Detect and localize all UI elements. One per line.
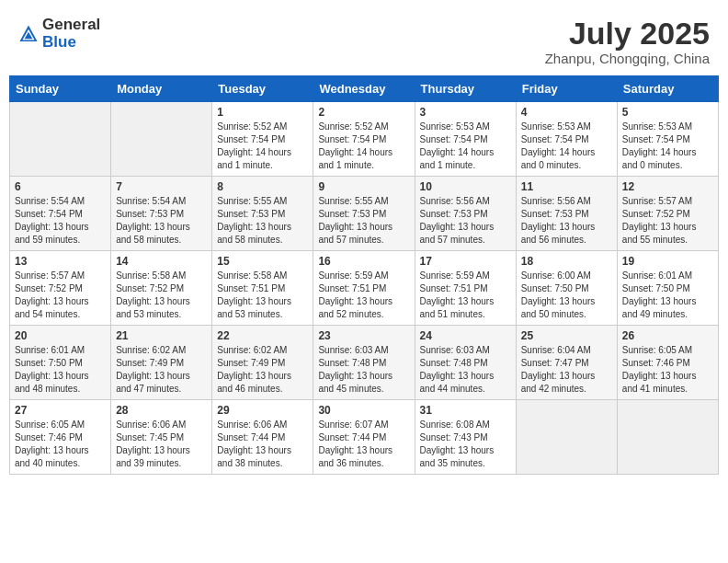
day-info: Sunrise: 6:01 AM Sunset: 7:50 PM Dayligh…	[15, 344, 106, 396]
calendar-cell: 5Sunrise: 5:53 AM Sunset: 7:54 PM Daylig…	[617, 102, 718, 177]
calendar-cell: 21Sunrise: 6:02 AM Sunset: 7:49 PM Dayli…	[111, 326, 212, 400]
calendar-cell	[111, 102, 212, 177]
calendar-cell: 30Sunrise: 6:07 AM Sunset: 7:44 PM Dayli…	[313, 400, 415, 475]
day-number: 31	[420, 404, 511, 417]
day-info: Sunrise: 6:00 AM Sunset: 7:50 PM Dayligh…	[521, 270, 612, 321]
calendar-week-row: 20Sunrise: 6:01 AM Sunset: 7:50 PM Dayli…	[10, 326, 719, 400]
calendar-cell: 14Sunrise: 5:58 AM Sunset: 7:52 PM Dayli…	[111, 251, 212, 326]
day-info: Sunrise: 6:06 AM Sunset: 7:44 PM Dayligh…	[217, 419, 308, 470]
calendar-week-row: 27Sunrise: 6:05 AM Sunset: 7:46 PM Dayli…	[10, 400, 719, 475]
title-block: July 2025 Zhanpu, Chongqing, China	[545, 17, 710, 66]
day-number: 6	[15, 180, 106, 193]
day-info: Sunrise: 5:55 AM Sunset: 7:53 PM Dayligh…	[217, 195, 308, 247]
day-info: Sunrise: 5:54 AM Sunset: 7:54 PM Dayligh…	[15, 195, 106, 247]
day-number: 16	[318, 255, 409, 268]
day-number: 23	[318, 329, 409, 342]
calendar-cell: 1Sunrise: 5:52 AM Sunset: 7:54 PM Daylig…	[212, 102, 313, 177]
day-number: 18	[521, 255, 612, 268]
day-info: Sunrise: 5:59 AM Sunset: 7:51 PM Dayligh…	[318, 270, 409, 321]
day-info: Sunrise: 6:08 AM Sunset: 7:43 PM Dayligh…	[420, 419, 511, 470]
calendar-cell: 19Sunrise: 6:01 AM Sunset: 7:50 PM Dayli…	[617, 251, 718, 326]
day-info: Sunrise: 6:05 AM Sunset: 7:46 PM Dayligh…	[15, 419, 106, 470]
day-number: 25	[521, 329, 612, 342]
calendar-cell	[617, 400, 718, 475]
calendar-cell: 11Sunrise: 5:56 AM Sunset: 7:53 PM Dayli…	[516, 177, 617, 251]
day-info: Sunrise: 5:54 AM Sunset: 7:53 PM Dayligh…	[116, 195, 207, 247]
logo: General Blue	[18, 17, 100, 51]
calendar-cell: 26Sunrise: 6:05 AM Sunset: 7:46 PM Dayli…	[617, 326, 718, 400]
day-number: 9	[318, 180, 409, 193]
day-number: 27	[15, 404, 106, 417]
day-info: Sunrise: 5:58 AM Sunset: 7:52 PM Dayligh…	[116, 270, 207, 321]
weekday-header-thursday: Thursday	[415, 76, 516, 102]
calendar-cell: 9Sunrise: 5:55 AM Sunset: 7:53 PM Daylig…	[313, 177, 415, 251]
weekday-header-tuesday: Tuesday	[212, 76, 313, 102]
day-number: 22	[217, 329, 308, 342]
calendar-cell	[516, 400, 617, 475]
day-info: Sunrise: 6:05 AM Sunset: 7:46 PM Dayligh…	[622, 344, 713, 396]
day-info: Sunrise: 6:03 AM Sunset: 7:48 PM Dayligh…	[420, 344, 511, 396]
calendar-cell: 8Sunrise: 5:55 AM Sunset: 7:53 PM Daylig…	[212, 177, 313, 251]
day-info: Sunrise: 5:57 AM Sunset: 7:52 PM Dayligh…	[622, 195, 713, 247]
day-number: 10	[420, 180, 511, 193]
day-number: 17	[420, 255, 511, 268]
day-info: Sunrise: 5:52 AM Sunset: 7:54 PM Dayligh…	[318, 121, 409, 172]
day-info: Sunrise: 5:53 AM Sunset: 7:54 PM Dayligh…	[420, 121, 511, 172]
day-info: Sunrise: 6:02 AM Sunset: 7:49 PM Dayligh…	[116, 344, 207, 396]
day-info: Sunrise: 5:56 AM Sunset: 7:53 PM Dayligh…	[420, 195, 511, 247]
day-number: 20	[15, 329, 106, 342]
day-info: Sunrise: 5:53 AM Sunset: 7:54 PM Dayligh…	[521, 121, 612, 172]
calendar-cell: 23Sunrise: 6:03 AM Sunset: 7:48 PM Dayli…	[313, 326, 415, 400]
day-info: Sunrise: 6:06 AM Sunset: 7:45 PM Dayligh…	[116, 419, 207, 470]
calendar-cell: 20Sunrise: 6:01 AM Sunset: 7:50 PM Dayli…	[10, 326, 111, 400]
day-number: 14	[116, 255, 207, 268]
weekday-header-sunday: Sunday	[10, 76, 111, 102]
day-number: 29	[217, 404, 308, 417]
calendar-cell: 13Sunrise: 5:57 AM Sunset: 7:52 PM Dayli…	[10, 251, 111, 326]
location-subtitle: Zhanpu, Chongqing, China	[545, 51, 710, 66]
month-year-title: July 2025	[545, 17, 710, 51]
logo-icon	[18, 24, 39, 44]
day-number: 19	[622, 255, 713, 268]
calendar-cell: 31Sunrise: 6:08 AM Sunset: 7:43 PM Dayli…	[415, 400, 516, 475]
day-number: 11	[521, 180, 612, 193]
calendar-week-row: 13Sunrise: 5:57 AM Sunset: 7:52 PM Dayli…	[10, 251, 719, 326]
day-info: Sunrise: 6:02 AM Sunset: 7:49 PM Dayligh…	[217, 344, 308, 396]
calendar-cell: 16Sunrise: 5:59 AM Sunset: 7:51 PM Dayli…	[313, 251, 415, 326]
day-info: Sunrise: 5:57 AM Sunset: 7:52 PM Dayligh…	[15, 270, 106, 321]
day-info: Sunrise: 5:56 AM Sunset: 7:53 PM Dayligh…	[521, 195, 612, 247]
day-info: Sunrise: 6:03 AM Sunset: 7:48 PM Dayligh…	[318, 344, 409, 396]
day-number: 7	[116, 180, 207, 193]
calendar-cell: 4Sunrise: 5:53 AM Sunset: 7:54 PM Daylig…	[516, 102, 617, 177]
calendar-cell: 10Sunrise: 5:56 AM Sunset: 7:53 PM Dayli…	[415, 177, 516, 251]
calendar-cell: 24Sunrise: 6:03 AM Sunset: 7:48 PM Dayli…	[415, 326, 516, 400]
calendar-cell: 3Sunrise: 5:53 AM Sunset: 7:54 PM Daylig…	[415, 102, 516, 177]
logo-general-text: General	[42, 17, 100, 34]
calendar-cell: 25Sunrise: 6:04 AM Sunset: 7:47 PM Dayli…	[516, 326, 617, 400]
day-number: 4	[521, 106, 612, 119]
day-number: 15	[217, 255, 308, 268]
calendar-cell: 27Sunrise: 6:05 AM Sunset: 7:46 PM Dayli…	[10, 400, 111, 475]
page-header: General Blue July 2025 Zhanpu, Chongqing…	[9, 9, 719, 72]
calendar-cell: 18Sunrise: 6:00 AM Sunset: 7:50 PM Dayli…	[516, 251, 617, 326]
day-info: Sunrise: 5:52 AM Sunset: 7:54 PM Dayligh…	[217, 121, 308, 172]
day-number: 1	[217, 106, 308, 119]
logo-blue-text: Blue	[42, 34, 100, 52]
calendar-cell: 6Sunrise: 5:54 AM Sunset: 7:54 PM Daylig…	[10, 177, 111, 251]
day-info: Sunrise: 5:59 AM Sunset: 7:51 PM Dayligh…	[420, 270, 511, 321]
weekday-header-row: SundayMondayTuesdayWednesdayThursdayFrid…	[10, 76, 719, 102]
day-info: Sunrise: 5:55 AM Sunset: 7:53 PM Dayligh…	[318, 195, 409, 247]
day-info: Sunrise: 6:04 AM Sunset: 7:47 PM Dayligh…	[521, 344, 612, 396]
day-number: 3	[420, 106, 511, 119]
calendar-body: 1Sunrise: 5:52 AM Sunset: 7:54 PM Daylig…	[10, 102, 719, 475]
calendar-week-row: 1Sunrise: 5:52 AM Sunset: 7:54 PM Daylig…	[10, 102, 719, 177]
day-number: 8	[217, 180, 308, 193]
calendar-cell: 29Sunrise: 6:06 AM Sunset: 7:44 PM Dayli…	[212, 400, 313, 475]
weekday-header-monday: Monday	[111, 76, 212, 102]
calendar-header: SundayMondayTuesdayWednesdayThursdayFrid…	[10, 76, 719, 102]
weekday-header-wednesday: Wednesday	[313, 76, 415, 102]
day-number: 21	[116, 329, 207, 342]
calendar-table: SundayMondayTuesdayWednesdayThursdayFrid…	[9, 75, 719, 475]
calendar-cell	[10, 102, 111, 177]
day-info: Sunrise: 5:58 AM Sunset: 7:51 PM Dayligh…	[217, 270, 308, 321]
